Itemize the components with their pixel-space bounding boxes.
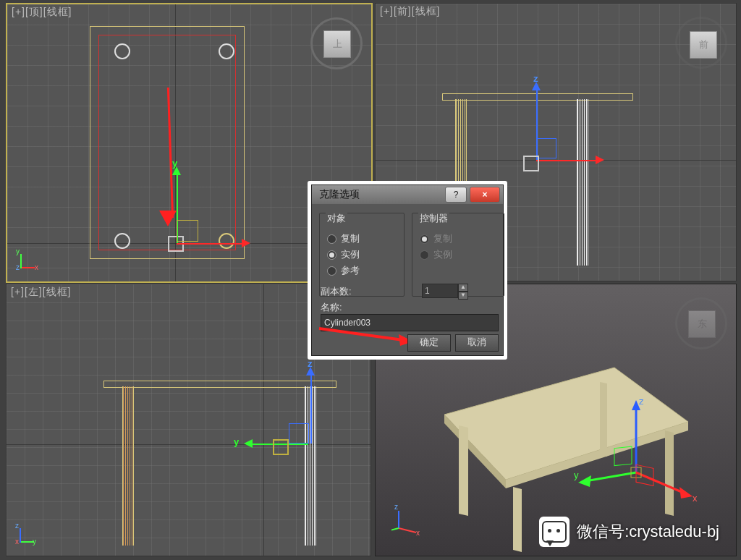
watermark: 微信号: crystaledu-bj bbox=[539, 517, 719, 547]
svg-marker-3 bbox=[459, 425, 468, 516]
wechat-icon bbox=[539, 517, 569, 547]
group-caption: 控制器 bbox=[418, 212, 449, 225]
selection-cursor bbox=[273, 439, 289, 455]
svg-marker-14 bbox=[578, 475, 591, 487]
cancel-button[interactable]: 取消 bbox=[455, 334, 499, 352]
spinner-down[interactable]: ▼ bbox=[458, 292, 468, 300]
dialog-title: 克隆选项 bbox=[319, 188, 360, 201]
corner-axes: x y z bbox=[16, 248, 41, 273]
copies-spinner[interactable]: ▲▼ bbox=[422, 284, 468, 300]
object-group: 对象 复制 实例 参考 bbox=[319, 213, 405, 297]
clone-options-dialog: 克隆选项 ? × 对象 复制 实例 参考 控制器 复制 实例 副本数: bbox=[308, 181, 507, 360]
leg-circle bbox=[114, 233, 130, 249]
radio-ctl-instance: 实例 bbox=[420, 248, 496, 261]
dialog-titlebar[interactable]: 克隆选项 ? × bbox=[312, 185, 503, 204]
ok-button[interactable]: 确定 bbox=[407, 334, 451, 352]
radio-reference[interactable]: 参考 bbox=[327, 264, 397, 277]
selection-cursor bbox=[523, 156, 539, 171]
group-caption: 对象 bbox=[326, 212, 347, 225]
view-cube[interactable]: 东 bbox=[675, 297, 727, 349]
table-leg bbox=[122, 386, 134, 546]
svg-marker-6 bbox=[513, 487, 522, 552]
table-leg bbox=[577, 99, 588, 266]
corner-axes: z x bbox=[391, 502, 425, 535]
radio-ctl-copy: 复制 bbox=[420, 232, 496, 245]
svg-text:z: z bbox=[639, 396, 644, 407]
svg-line-24 bbox=[319, 328, 403, 340]
move-gizmo[interactable]: z x y bbox=[564, 393, 723, 516]
svg-rect-18 bbox=[614, 446, 632, 466]
spinner-up[interactable]: ▲ bbox=[458, 284, 468, 292]
viewport-label[interactable]: [+][左][线框] bbox=[11, 286, 72, 299]
viewport-label[interactable]: [+][顶][线框] bbox=[12, 6, 72, 19]
corner-axes: z y x bbox=[15, 522, 40, 547]
close-button[interactable]: × bbox=[470, 187, 500, 203]
view-cube[interactable]: 前 bbox=[675, 17, 727, 69]
svg-text:x: x bbox=[416, 529, 420, 535]
svg-text:z: z bbox=[394, 503, 398, 511]
svg-text:y: y bbox=[574, 470, 579, 480]
leg-circle bbox=[114, 43, 130, 59]
svg-line-13 bbox=[585, 472, 636, 481]
view-cube[interactable]: 上 bbox=[310, 17, 363, 69]
copies-label: 副本数: bbox=[321, 285, 352, 298]
radio-instance[interactable]: 实例 bbox=[327, 248, 397, 261]
leg-circle bbox=[219, 43, 234, 59]
viewport-label[interactable]: [+][前][线框] bbox=[380, 5, 441, 18]
leg-circle-selected bbox=[219, 233, 234, 249]
svg-marker-11 bbox=[679, 487, 693, 499]
tabletop-edge bbox=[442, 93, 633, 101]
svg-text:x: x bbox=[693, 493, 698, 504]
svg-line-21 bbox=[391, 528, 399, 531]
radio-copy[interactable]: 复制 bbox=[327, 232, 397, 245]
help-button[interactable]: ? bbox=[445, 187, 467, 203]
svg-line-19 bbox=[399, 528, 416, 533]
tabletop-edge bbox=[103, 381, 336, 388]
name-label: 名称: bbox=[321, 301, 342, 314]
copies-input[interactable] bbox=[422, 284, 458, 298]
